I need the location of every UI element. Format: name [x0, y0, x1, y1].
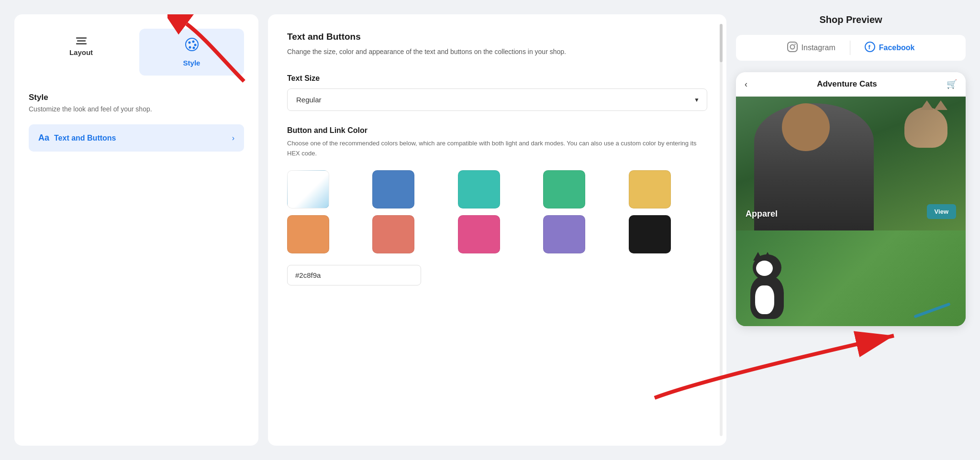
layout-icon — [76, 37, 87, 44]
view-button[interactable]: View — [927, 204, 956, 219]
phone-header-title: Adventure Cats — [817, 79, 877, 89]
middle-panel: Text and Buttons Change the size, color … — [268, 14, 726, 446]
text-icon: Aa — [38, 133, 49, 143]
color-swatch-white[interactable] — [287, 170, 329, 208]
panel-title: Text and Buttons — [287, 32, 707, 42]
cat-ear-right — [934, 100, 947, 110]
phone-header: ‹ Adventure Cats 🛒 — [736, 72, 966, 97]
color-swatch-salmon[interactable] — [372, 215, 414, 253]
text-size-label: Text Size — [287, 74, 707, 83]
left-panel: Layout Style Style Customize the l — [14, 14, 258, 446]
preview-image-bottom — [736, 230, 966, 326]
text-size-select[interactable]: Regular Small Large — [287, 88, 707, 111]
head-figure — [782, 103, 830, 151]
color-swatch-pink[interactable] — [458, 215, 500, 253]
menu-item-left: Aa Text and Buttons — [38, 133, 116, 143]
tab-style[interactable]: Style — [139, 29, 244, 76]
cart-icon[interactable]: 🛒 — [947, 79, 957, 89]
color-swatch-green[interactable] — [543, 170, 585, 208]
color-section-desc: Choose one of the recommended colors bel… — [287, 139, 707, 159]
scrollbar-track[interactable] — [720, 24, 723, 436]
svg-point-8 — [794, 44, 795, 44]
svg-point-1 — [188, 42, 190, 44]
tab-layout-label: Layout — [69, 48, 93, 56]
text-and-buttons-menu-item[interactable]: Aa Text and Buttons › — [29, 124, 244, 152]
hex-color-input[interactable] — [295, 271, 413, 279]
color-swatch-purple[interactable] — [543, 215, 585, 253]
phone-mockup: ‹ Adventure Cats 🛒 Apparel View — [736, 72, 966, 326]
cat-figure-bw — [746, 252, 803, 319]
svg-point-3 — [194, 44, 196, 46]
apparel-label: Apparel — [746, 209, 778, 219]
cat-shoulder-figure — [904, 107, 947, 148]
platform-tab-instagram[interactable]: Instagram — [787, 42, 835, 55]
color-swatch-orange[interactable] — [287, 215, 329, 253]
svg-point-7 — [790, 44, 794, 49]
svg-point-5 — [189, 46, 191, 49]
style-section-desc: Customize the look and feel of your shop… — [29, 105, 244, 113]
facebook-label: Facebook — [879, 44, 915, 52]
right-panel: Shop Preview Instagram f — [736, 14, 966, 446]
color-swatch-teal[interactable] — [458, 170, 500, 208]
hex-input-wrapper — [287, 265, 421, 285]
palette-icon — [185, 37, 199, 55]
nav-tabs: Layout Style — [29, 29, 244, 76]
color-grid — [287, 170, 707, 253]
platform-divider — [850, 41, 850, 55]
scrollbar-thumb[interactable] — [720, 24, 723, 62]
style-section-title: Style — [29, 93, 244, 102]
color-swatch-blue[interactable] — [372, 170, 414, 208]
platform-tabs: Instagram f Facebook — [736, 35, 966, 61]
facebook-icon: f — [865, 42, 875, 55]
cat-ear-left — [920, 100, 934, 110]
instagram-label: Instagram — [802, 44, 835, 52]
svg-point-4 — [192, 47, 195, 49]
color-section-title: Button and Link Color — [287, 126, 707, 135]
shop-preview-title: Shop Preview — [736, 14, 966, 25]
preview-image-top: Apparel View — [736, 97, 966, 230]
panel-desc: Change the size, color and appearance of… — [287, 47, 707, 57]
instagram-icon — [787, 42, 798, 55]
color-swatch-black[interactable] — [629, 215, 671, 253]
svg-point-2 — [192, 41, 194, 43]
svg-text:f: f — [868, 44, 870, 51]
tab-layout[interactable]: Layout — [29, 29, 134, 76]
tab-style-label: Style — [183, 59, 200, 67]
chevron-right-icon: › — [232, 134, 234, 142]
color-swatch-yellow[interactable] — [629, 170, 671, 208]
back-icon[interactable]: ‹ — [745, 79, 747, 89]
platform-tab-facebook[interactable]: f Facebook — [865, 42, 915, 55]
menu-item-label: Text and Buttons — [54, 134, 116, 142]
svg-rect-6 — [788, 42, 797, 52]
text-size-select-wrapper: Regular Small Large ▼ — [287, 88, 707, 111]
